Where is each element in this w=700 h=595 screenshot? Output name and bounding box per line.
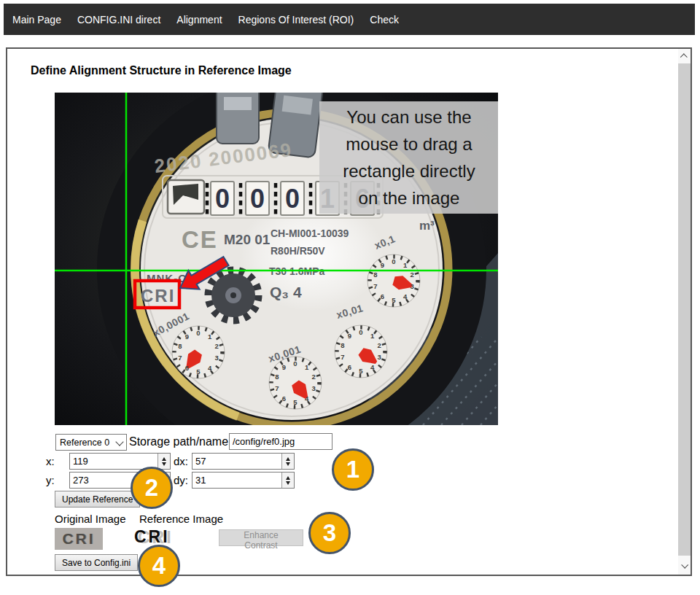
dy-label: dy: <box>174 474 188 486</box>
dial-digit: 0 <box>196 329 200 337</box>
chevron-up-icon <box>680 53 688 61</box>
unit-label: m³ <box>419 219 435 233</box>
dial-digit: 3 <box>378 353 381 361</box>
dial-digit: 4 <box>305 394 309 402</box>
nav-config-ini[interactable]: CONFIG.INI direct <box>77 14 160 26</box>
spinner-up-icon[interactable] <box>162 457 166 461</box>
spinner-icons[interactable] <box>281 454 294 469</box>
spinner-up-icon[interactable] <box>286 476 290 480</box>
dial-digit: 9 <box>185 332 189 341</box>
scroll-down-button[interactable] <box>678 556 691 575</box>
dial-digit: 9 <box>381 261 384 269</box>
reference-image[interactable]: 2020 2000069 0 0 0 1 6 m³ CE M20 01 <box>55 93 498 425</box>
nav-check[interactable]: Check <box>370 14 399 26</box>
dial-x0-0001: 0123456789 <box>172 326 225 378</box>
page-title: Define Alignment Structure in Reference … <box>31 64 292 77</box>
dial-digit: 2 <box>411 271 414 279</box>
spinner-down-icon[interactable] <box>286 481 290 485</box>
nav-alignment[interactable]: Alignment <box>176 14 222 26</box>
dial-digit: 3 <box>312 384 316 392</box>
reference-select-wrap: Reference 0 <box>55 434 127 451</box>
counter-digit: 0 <box>250 184 265 214</box>
dial-x0-01: 0123456789 <box>335 325 387 378</box>
dial-digit: 9 <box>282 363 286 371</box>
step-badge-4: 4 <box>138 545 180 587</box>
spinner-icons[interactable] <box>281 472 294 488</box>
drag-hint-overlay: You can use the mouse to drag a rectangl… <box>319 101 498 214</box>
save-to-config-button[interactable]: Save to Config.ini <box>55 554 138 571</box>
dial-digit: 1 <box>370 332 375 340</box>
dial-digit: 3 <box>411 282 414 290</box>
spinner-down-icon[interactable] <box>286 462 290 466</box>
scrollbar-thumb[interactable] <box>678 63 691 556</box>
enhance-contrast-button[interactable]: Enhance Contrast <box>219 529 303 546</box>
counter-digit: 0 <box>285 184 300 214</box>
dial-digit: 6 <box>348 363 351 371</box>
step-badge-2: 2 <box>131 467 173 509</box>
dx-input[interactable] <box>192 453 295 470</box>
dial-digit: 0 <box>293 359 297 368</box>
original-crop-image: CRI <box>55 528 103 550</box>
hint-line: You can use the <box>319 104 498 131</box>
flow-rate-text: Q₃ 4 <box>270 284 302 300</box>
dial-digit: 4 <box>370 363 375 371</box>
approval-text: M20 01 <box>224 232 271 247</box>
dial-digit: 6 <box>185 364 189 372</box>
storage-path-label: Storage path/name: <box>129 435 232 448</box>
hint-line: mouse to drag a <box>319 131 498 158</box>
hint-line: rectangle directly <box>319 158 498 184</box>
storage-path-input[interactable] <box>229 433 332 450</box>
nav-main-page[interactable]: Main Page <box>12 14 61 26</box>
vertical-scrollbar[interactable] <box>678 49 691 575</box>
scroll-up-button[interactable] <box>678 49 691 63</box>
cri-alignment-mark: CRI <box>141 286 175 306</box>
dial-x0-1: 0123456789 <box>368 254 420 307</box>
dial-digit: 5 <box>392 296 396 304</box>
original-image-label: Original Image <box>55 513 126 525</box>
counter-digit: 0 <box>215 184 230 214</box>
model-text: CH-MI001-10039 <box>271 228 349 239</box>
dial-digit: 7 <box>275 384 279 392</box>
dial-digit: 8 <box>341 341 344 349</box>
dial-digit: 3 <box>215 354 219 362</box>
ce-mark: CE <box>182 226 218 253</box>
dial-digit: 1 <box>208 332 212 341</box>
dx-field <box>192 453 295 470</box>
dial-digit: 5 <box>359 367 363 375</box>
nav-roi[interactable]: Regions Of Interest (ROI) <box>238 14 354 26</box>
step-badge-3: 3 <box>308 512 351 554</box>
dial-digit: 1 <box>305 363 309 371</box>
spinner-up-icon[interactable] <box>286 457 290 461</box>
dy-field <box>192 472 295 489</box>
dial-digit: 2 <box>312 373 316 381</box>
x-label: x: <box>46 455 55 467</box>
dial-digit: 4 <box>403 292 408 300</box>
dial-digit: 2 <box>215 342 219 350</box>
dial-digit: 6 <box>282 394 286 402</box>
y-label: y: <box>46 474 55 486</box>
dy-input[interactable] <box>192 472 295 489</box>
dial-digit: 7 <box>178 354 182 362</box>
dial-digit: 9 <box>348 332 351 340</box>
dial-digit: 8 <box>275 373 279 381</box>
step-badge-1: 1 <box>332 448 374 491</box>
ratio-text: R80H/R50V <box>271 245 325 257</box>
dial-digit: 8 <box>373 271 377 279</box>
hint-line: on the image <box>319 184 498 211</box>
dial-digit: 5 <box>196 368 201 376</box>
spinner-icons[interactable] <box>158 454 170 469</box>
reference-image-label: Reference Image <box>139 513 223 525</box>
dial-digit: 2 <box>378 341 381 349</box>
chevron-down-icon <box>681 561 688 568</box>
reference-select[interactable]: Reference 0 <box>55 434 127 451</box>
dial-digit: 0 <box>359 328 362 336</box>
spinner-down-icon[interactable] <box>162 462 166 466</box>
update-reference-button[interactable]: Update Reference <box>55 491 140 508</box>
dial-digit: 7 <box>341 353 344 361</box>
dial-digit: 4 <box>208 364 212 372</box>
dial-digit: 5 <box>293 398 298 406</box>
dial-digit: 1 <box>403 261 408 269</box>
dial-digit: 0 <box>392 257 395 265</box>
dial-x0-001: 0123456789 <box>269 357 322 409</box>
dial-digit: 8 <box>178 342 182 350</box>
